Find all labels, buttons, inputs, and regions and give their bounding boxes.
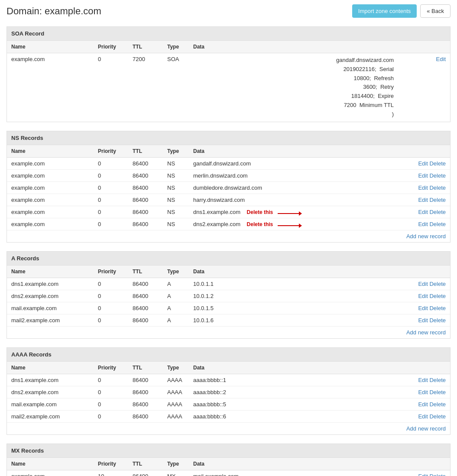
ns-delete-link[interactable]: Delete — [429, 197, 446, 203]
edit-link[interactable]: Edit — [418, 473, 428, 476]
ns-record-ttl: 86400 — [128, 194, 163, 206]
edit-link[interactable]: Edit — [418, 281, 428, 287]
ns-edit-link[interactable]: Edit — [418, 185, 428, 191]
ns-record-priority: 0 — [94, 218, 128, 230]
soa-col-type: Type — [163, 41, 189, 53]
ns-data-value: dns1.example.com — [193, 209, 240, 215]
ns-record-ttl: 86400 — [128, 169, 163, 181]
delete-link[interactable]: Delete — [429, 281, 446, 287]
header-buttons: Import zone contents « Back — [352, 4, 451, 18]
record-ttl: 86400 — [128, 398, 163, 410]
ns-record-name: example.com — [7, 194, 94, 206]
edit-link[interactable]: Edit — [418, 389, 428, 395]
record-priority: 0 — [94, 314, 128, 326]
record-priority: 0 — [94, 398, 128, 410]
delete-link[interactable]: Delete — [429, 401, 446, 408]
edit-link[interactable]: Edit — [418, 413, 428, 420]
record-data: aaaa:bbbb::6 — [189, 410, 398, 422]
soa-section-title: SOA Record — [7, 27, 450, 41]
mx-section: MX Records Name Priority TTL Type Data e… — [6, 444, 451, 476]
delete-link[interactable]: Delete — [429, 473, 446, 476]
record-name: mail2.example.com — [7, 314, 94, 326]
edit-link[interactable]: Edit — [418, 401, 428, 408]
aaaa-section-title: AAAA Records — [7, 348, 450, 362]
ns-add-new-link[interactable]: Add new record — [406, 233, 446, 240]
add-new-link[interactable]: Add new record — [406, 425, 446, 432]
delete-link[interactable]: Delete — [429, 389, 446, 395]
import-zone-button[interactable]: Import zone contents — [352, 4, 417, 18]
record-type: A — [163, 290, 189, 302]
delete-link[interactable]: Delete — [429, 305, 446, 311]
record-priority: 0 — [94, 278, 128, 290]
back-button[interactable]: « Back — [420, 4, 451, 18]
delete-link[interactable]: Delete — [429, 377, 446, 383]
record-priority: 0 — [94, 386, 128, 398]
ns-delete-link[interactable]: Delete — [429, 160, 446, 167]
add-new-row: Add new record — [7, 326, 450, 338]
ns-record-row: example.com 0 86400 NS dumbledore.dnswiz… — [7, 181, 450, 194]
ns-delete-link[interactable]: Delete — [429, 185, 446, 191]
delete-link[interactable]: Delete — [429, 413, 446, 420]
edit-link[interactable]: Edit — [418, 317, 428, 324]
ns-edit-link[interactable]: Edit — [418, 197, 428, 203]
ns-record-priority: 0 — [94, 194, 128, 206]
record-type: AAAA — [163, 386, 189, 398]
aaaa-section: AAAA Records Name Priority TTL Type Data… — [6, 347, 451, 435]
table-row: dns2.example.com 0 86400 AAAA aaaa:bbbb:… — [7, 386, 450, 398]
ns-delete-link[interactable]: Delete — [429, 172, 446, 179]
ns-record-data-1: merlin.dnswizard.com — [189, 169, 398, 181]
ns-record-ttl: 86400 — [128, 181, 163, 194]
ns-record-priority: 0 — [94, 206, 128, 218]
soa-col-priority: Priority — [94, 41, 128, 53]
edit-link[interactable]: Edit — [418, 305, 428, 311]
ns-record-priority: 0 — [94, 169, 128, 181]
soa-edit-link[interactable]: Edit — [436, 56, 446, 62]
ns-record-actions: Edit Delete — [398, 194, 450, 206]
edit-link[interactable]: Edit — [418, 293, 428, 299]
delete-link[interactable]: Delete — [429, 317, 446, 324]
ns-col-priority: Priority — [94, 145, 128, 158]
ns-edit-link[interactable]: Edit — [418, 221, 428, 227]
ns-edit-link[interactable]: Edit — [418, 172, 428, 179]
record-name: example.com — [7, 470, 94, 476]
ns-record-type: NS — [163, 218, 189, 230]
ns-record-ttl: 86400 — [128, 218, 163, 230]
record-ttl: 86400 — [128, 314, 163, 326]
record-actions: Edit Delete — [398, 314, 450, 326]
record-ttl: 86400 — [128, 410, 163, 422]
table-row: mail2.example.com 0 86400 AAAA aaaa:bbbb… — [7, 410, 450, 422]
ns-delete-link[interactable]: Delete — [429, 209, 446, 215]
record-actions: Edit Delete — [398, 410, 450, 422]
edit-link[interactable]: Edit — [418, 377, 428, 383]
add-new-link[interactable]: Add new record — [406, 329, 446, 336]
record-ttl: 86400 — [128, 470, 163, 476]
record-type: AAAA — [163, 374, 189, 386]
record-name: mail2.example.com — [7, 410, 94, 422]
soa-record-data: gandalf.dnswizard.com 2019022116; Serial… — [189, 53, 398, 122]
ns-record-type: NS — [163, 194, 189, 206]
ns-delete-link[interactable]: Delete — [429, 221, 446, 227]
table-row: mail.example.com 0 86400 AAAA aaaa:bbbb:… — [7, 398, 450, 410]
ns-record-ttl: 86400 — [128, 206, 163, 218]
mx-section-title: MX Records — [7, 444, 450, 458]
ns-record-name: example.com — [7, 169, 94, 181]
table-row: dns1.example.com 0 86400 A 10.0.1.1 Edit… — [7, 278, 450, 290]
ns-col-ttl: TTL — [128, 145, 163, 158]
ns-section: NS Records Name Priority TTL Type Data e… — [6, 131, 451, 243]
record-actions: Edit Delete — [398, 386, 450, 398]
arrow-line — [278, 213, 299, 214]
record-type: AAAA — [163, 410, 189, 422]
ns-record-actions: Edit Delete — [398, 169, 450, 181]
delete-link[interactable]: Delete — [429, 293, 446, 299]
ns-edit-link[interactable]: Edit — [418, 209, 428, 215]
table-row: mail.example.com 0 86400 A 10.0.1.5 Edit… — [7, 302, 450, 314]
record-data: 10.0.1.2 — [189, 290, 398, 302]
ns-record-row: example.com 0 86400 NS dns1.example.com … — [7, 206, 450, 218]
record-actions: Edit Delete — [398, 398, 450, 410]
ns-record-name: example.com — [7, 181, 94, 194]
ns-record-actions: Edit Delete — [398, 206, 450, 218]
ns-col-data: Data — [189, 145, 398, 158]
record-ttl: 86400 — [128, 386, 163, 398]
ns-edit-link[interactable]: Edit — [418, 160, 428, 167]
ns-record-name: example.com — [7, 206, 94, 218]
